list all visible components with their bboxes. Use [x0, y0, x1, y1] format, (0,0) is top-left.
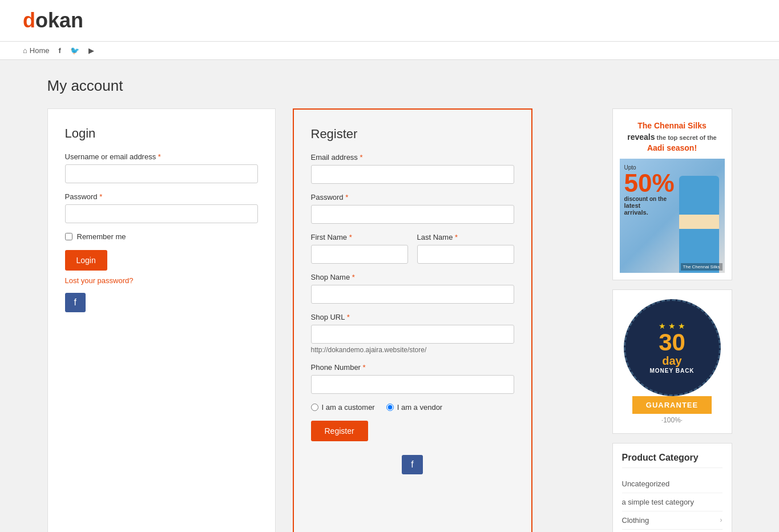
list-item[interactable]: Clothing ›	[622, 511, 723, 530]
home-icon: ⌂	[23, 46, 27, 55]
firstname-label: First Name *	[311, 233, 408, 241]
remember-row: Remember me	[65, 232, 258, 241]
email-required: *	[360, 153, 363, 162]
remember-label: Remember me	[77, 232, 126, 241]
lastname-input[interactable]	[417, 245, 514, 264]
role-radio-row: I am a customer I am a vendor	[311, 403, 514, 412]
site-logo[interactable]: dokan	[23, 9, 756, 33]
password-label: Password *	[65, 192, 258, 201]
username-label: Username or email address *	[65, 152, 258, 161]
password-group: Password *	[65, 192, 258, 223]
reg-password-required: *	[345, 193, 348, 201]
username-required: *	[158, 152, 161, 161]
phone-input[interactable]	[311, 375, 514, 394]
password-input[interactable]	[65, 204, 258, 223]
shopname-group: Shop Name *	[311, 273, 514, 304]
home-label: Home	[30, 46, 50, 55]
password-required: *	[99, 192, 102, 201]
name-row: First Name * Last Name *	[311, 233, 514, 273]
vendor-radio-label: I am a vendor	[397, 403, 443, 412]
header: dokan	[0, 0, 779, 42]
email-label: Email address *	[311, 153, 514, 162]
ad-title-brand: The Chennai Silks	[637, 121, 707, 130]
badge-days: 30	[659, 331, 685, 354]
page-title: My account	[47, 77, 732, 95]
login-facebook-button[interactable]: f	[65, 293, 86, 312]
badge-100-percent: ·100%·	[661, 416, 683, 424]
username-group: Username or email address *	[65, 152, 258, 183]
customer-radio-item: I am a customer	[311, 403, 375, 412]
ad-woman-figure	[679, 176, 719, 273]
nav-youtube[interactable]: ▶	[88, 46, 94, 55]
product-category-widget: Product Category Uncategorized a simple …	[612, 443, 732, 532]
login-title: Login	[65, 126, 258, 141]
login-button[interactable]: Login	[65, 250, 107, 271]
ad-title-aadi: Aadi season!	[647, 143, 697, 152]
ad-brand-footer: The Chennai Silks	[681, 263, 723, 271]
register-facebook-wrap: f	[311, 447, 514, 474]
main-layout: Login Username or email address * Passwo…	[47, 108, 732, 532]
ad-banner: The Chennai Silks reveals the top secret…	[612, 108, 732, 280]
ad-title-reveals: reveals the top secret of the	[627, 132, 716, 142]
login-section: Login Username or email address * Passwo…	[47, 108, 276, 532]
ad-text-overlay: Upto 50% discount on the latestarrivals.	[624, 164, 675, 216]
phone-label: Phone Number *	[311, 363, 514, 372]
shopurl-input[interactable]	[311, 325, 514, 344]
email-group: Email address *	[311, 153, 514, 184]
logo-d: d	[23, 9, 35, 32]
page-wrap: My account Login Username or email addre…	[25, 60, 755, 532]
vendor-radio-item: I am a vendor	[386, 403, 443, 412]
customer-radio[interactable]	[311, 404, 318, 411]
reg-password-group: Password *	[311, 193, 514, 224]
vendor-radio[interactable]	[386, 404, 394, 411]
category-list: Uncategorized a simple test category Clo…	[622, 475, 723, 530]
ad-header: The Chennai Silks reveals the top secret…	[620, 116, 725, 159]
ad-title: The Chennai Silks reveals the top secret…	[624, 120, 720, 154]
list-item[interactable]: Uncategorized	[622, 475, 723, 493]
username-input[interactable]	[65, 164, 258, 183]
nav-home[interactable]: ⌂ Home	[23, 46, 50, 55]
shopurl-group: Shop URL * http://dokandemo.ajaira.websi…	[311, 313, 514, 354]
twitter-icon: 🐦	[70, 46, 79, 55]
category-name: a simple test category	[622, 498, 694, 506]
chevron-right-icon: ›	[720, 516, 723, 524]
category-name: Uncategorized	[622, 479, 670, 488]
ad-latest-arrivals: latestarrivals.	[624, 202, 675, 216]
register-button[interactable]: Register	[311, 421, 368, 441]
category-name: Clothing	[622, 516, 649, 525]
ad-percent: 50%	[624, 171, 675, 196]
firstname-input[interactable]	[311, 245, 408, 264]
phone-group: Phone Number *	[311, 363, 514, 394]
list-item[interactable]: a simple test category	[622, 493, 723, 511]
shopname-input[interactable]	[311, 285, 514, 304]
reg-password-label: Password *	[311, 193, 514, 201]
nav-twitter[interactable]: 🐦	[70, 46, 79, 55]
facebook-icon: f	[59, 46, 61, 55]
right-sidebar: The Chennai Silks reveals the top secret…	[612, 108, 732, 532]
reg-password-input[interactable]	[311, 205, 514, 224]
logo-rest: okan	[35, 9, 83, 32]
register-facebook-button[interactable]: f	[402, 455, 422, 474]
shopname-label: Shop Name *	[311, 273, 514, 281]
badge-day-word: day	[662, 354, 681, 368]
lost-password-link[interactable]: Lost your password?	[65, 276, 258, 285]
guarantee-badge: ★ ★ ★ 30 day MONEY BACK	[624, 299, 721, 396]
guarantee-widget: ★ ★ ★ 30 day MONEY BACK GUARANTEE ·100%·	[612, 289, 732, 434]
ad-image: Upto 50% discount on the latestarrivals.…	[620, 159, 725, 273]
shopurl-label: Shop URL *	[311, 313, 514, 321]
customer-radio-label: I am a customer	[322, 403, 375, 412]
badge-money-back: MONEY BACK	[649, 368, 694, 374]
remember-checkbox[interactable]	[65, 233, 72, 240]
email-input[interactable]	[311, 165, 514, 184]
register-title: Register	[311, 127, 514, 142]
product-category-title: Product Category	[622, 453, 723, 468]
shopurl-hint: http://dokandemo.ajaira.website/store/	[311, 346, 514, 354]
main-nav: ⌂ Home f 🐦 ▶	[0, 42, 779, 60]
badge-guarantee-ribbon: GUARANTEE	[632, 396, 712, 414]
lastname-group: Last Name *	[417, 233, 514, 264]
youtube-icon: ▶	[88, 46, 94, 55]
lastname-label: Last Name *	[417, 233, 514, 241]
firstname-group: First Name *	[311, 233, 408, 264]
register-section: Register Email address * Password *	[293, 108, 532, 532]
nav-facebook[interactable]: f	[59, 46, 61, 55]
